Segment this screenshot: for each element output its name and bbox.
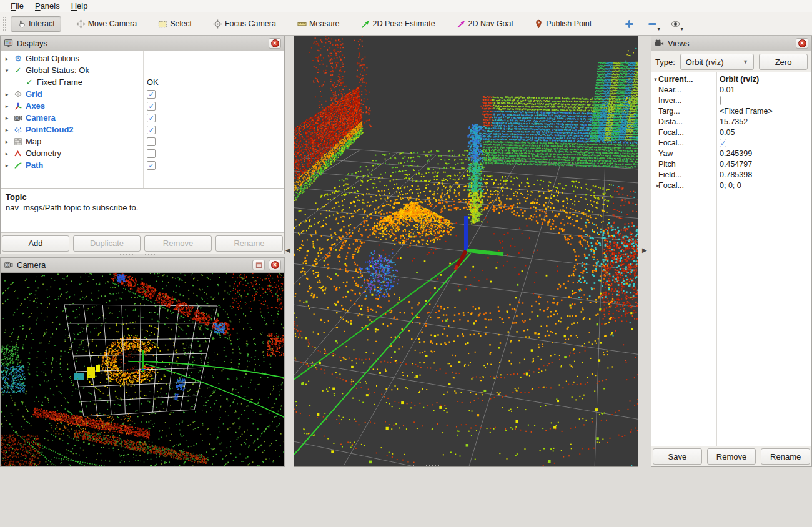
horizontal-splitter-handle[interactable]: [119, 254, 156, 257]
expander-icon[interactable]: ▾: [651, 76, 658, 82]
tool-eye-button[interactable]: ▼: [666, 16, 685, 32]
prop-value[interactable]: <Fixed Frame>: [716, 107, 773, 116]
display-row-path[interactable]: ▸Path✓: [1, 159, 284, 171]
grid-icon: [13, 90, 23, 99]
tool-move-camera[interactable]: Move Camera: [70, 16, 144, 32]
rviz-window: FilePanelsHelp InteractMove CameraSelect…: [0, 0, 812, 527]
view-prop-inver[interactable]: Inver...: [651, 95, 811, 106]
prop-value[interactable]: 0; 0; 0: [716, 181, 741, 190]
expander-icon[interactable]: ▸: [3, 150, 11, 157]
view-prop-focal[interactable]: Focal...✓: [651, 137, 811, 148]
display-row-grid[interactable]: ▸Grid✓: [1, 88, 284, 100]
enabled-checkbox[interactable]: ✓: [147, 126, 156, 134]
prop-value[interactable]: 0.245399: [716, 149, 752, 158]
left-splitter[interactable]: ◀: [285, 36, 294, 467]
prop-value[interactable]: 0.01: [716, 86, 735, 94]
view-prop-targ[interactable]: Targ...<Fixed Frame>: [651, 106, 811, 116]
camera-close-button[interactable]: ✕: [269, 260, 281, 270]
add-button[interactable]: Add: [2, 235, 69, 252]
view-prop-dista[interactable]: Dista...15.7352: [651, 116, 811, 127]
prop-checkbox[interactable]: [720, 96, 721, 105]
prop-value[interactable]: 0.454797: [716, 160, 752, 169]
rename-button[interactable]: Rename: [215, 235, 283, 252]
check-icon: ✓: [13, 66, 23, 75]
toolbar-separator: [613, 16, 613, 31]
chevron-down-icon[interactable]: ▼: [656, 27, 661, 31]
display-row-global-status-ok[interactable]: ▾✓Global Status: Ok: [1, 64, 284, 76]
enabled-checkbox[interactable]: ✓: [147, 102, 156, 111]
expander-icon[interactable]: ▾: [3, 67, 11, 74]
view-prop-current[interactable]: ▾Current...Orbit (rviz): [651, 74, 811, 84]
expander-icon[interactable]: ▸: [3, 56, 11, 62]
duplicate-button[interactable]: Duplicate: [73, 235, 141, 252]
view-prop-focal[interactable]: Focal...0.05: [651, 127, 811, 137]
expander-icon[interactable]: ▸: [3, 127, 11, 133]
display-row-map[interactable]: ▸Map: [1, 135, 284, 147]
enabled-checkbox[interactable]: [147, 149, 156, 158]
views-remove-button[interactable]: Remove: [707, 448, 756, 465]
prop-value[interactable]: 0.785398: [716, 170, 752, 179]
pointcloud-3d-view[interactable]: [294, 36, 638, 466]
eye-icon: [671, 19, 680, 29]
expander-icon[interactable]: ▸: [3, 115, 11, 121]
expander-icon[interactable]: ▸: [3, 139, 11, 145]
enabled-checkbox[interactable]: ✓: [147, 161, 156, 170]
remove-button[interactable]: Remove: [144, 235, 212, 252]
tool-2d-pose-estimate[interactable]: 2D Pose Estimate: [355, 16, 442, 32]
prop-value[interactable]: 15.7352: [716, 117, 748, 126]
tool-focus-camera[interactable]: Focus Camera: [207, 16, 282, 32]
pointcloud-icon: [13, 126, 23, 134]
view-prop-focal[interactable]: ▸Focal...0; 0; 0: [651, 180, 811, 190]
nav-arrow-magenta-icon: [457, 19, 466, 29]
tool-minus-button[interactable]: ▼: [643, 16, 662, 32]
views-type-dropdown[interactable]: Orbit (rviz) ▼: [680, 54, 754, 70]
expander-icon[interactable]: ▸: [3, 91, 11, 97]
expander-icon[interactable]: ▸: [651, 182, 658, 189]
display-row-fixed-frame[interactable]: ✓Fixed FrameOK: [1, 76, 284, 88]
displays-close-button[interactable]: ✕: [269, 38, 281, 49]
close-icon: ✕: [271, 261, 279, 269]
menu-item-file[interactable]: File: [5, 1, 29, 11]
splitter-collapse-left-icon[interactable]: ◀: [285, 247, 290, 254]
tool-plus-button[interactable]: [620, 16, 639, 32]
chevron-down-icon[interactable]: ▼: [680, 27, 684, 31]
tool-select[interactable]: Select: [152, 16, 198, 32]
splitter-collapse-right-icon[interactable]: ▶: [642, 247, 647, 254]
view-prop-yaw[interactable]: Yaw0.245399: [651, 148, 811, 159]
tool-2d-nav-goal[interactable]: 2D Nav Goal: [450, 16, 520, 32]
enabled-checkbox[interactable]: [147, 137, 156, 146]
prop-value[interactable]: [716, 96, 721, 105]
views-rename-button[interactable]: Rename: [761, 448, 810, 465]
prop-label: Current...: [658, 75, 693, 84]
camera-restore-button[interactable]: [252, 260, 265, 270]
prop-value[interactable]: 0.05: [716, 128, 735, 137]
views-close-button[interactable]: ✕: [796, 38, 808, 49]
display-row-camera[interactable]: ▸Camera✓: [1, 112, 284, 124]
render-viewport[interactable]: [294, 36, 638, 467]
prop-checkbox[interactable]: ✓: [720, 139, 726, 147]
view-prop-pitch[interactable]: Pitch0.454797: [651, 159, 811, 169]
views-zero-button[interactable]: Zero: [759, 54, 808, 70]
prop-value[interactable]: Orbit (rviz): [716, 75, 759, 84]
right-splitter[interactable]: ▶: [638, 36, 651, 467]
tool-publish-point[interactable]: Publish Point: [528, 16, 598, 32]
menu-item-panels[interactable]: Panels: [29, 1, 66, 11]
tool-measure[interactable]: Measure: [291, 16, 346, 32]
display-label: Global Options: [26, 54, 79, 63]
menu-item-help[interactable]: Help: [66, 1, 94, 11]
display-row-axes[interactable]: ▸Axes✓: [1, 100, 284, 112]
display-row-pointcloud2[interactable]: ▸PointCloud2✓: [1, 124, 284, 135]
view-prop-near[interactable]: Near...0.01: [651, 84, 811, 95]
view-prop-field[interactable]: Field...0.785398: [651, 169, 811, 180]
display-row-global-options[interactable]: ▸⚙Global Options: [1, 52, 284, 64]
enabled-checkbox[interactable]: ✓: [147, 114, 156, 122]
prop-value[interactable]: ✓: [716, 139, 726, 147]
views-save-button[interactable]: Save: [653, 448, 702, 465]
expander-icon[interactable]: ▸: [3, 103, 11, 109]
expander-icon[interactable]: ▸: [3, 162, 11, 169]
display-row-odometry[interactable]: ▸Odometry: [1, 147, 284, 159]
toolbar-drag-handle[interactable]: [2, 16, 7, 31]
tool-interact[interactable]: Interact: [11, 16, 61, 32]
time-splitter-handle[interactable]: [412, 464, 450, 467]
enabled-checkbox[interactable]: ✓: [147, 90, 156, 99]
